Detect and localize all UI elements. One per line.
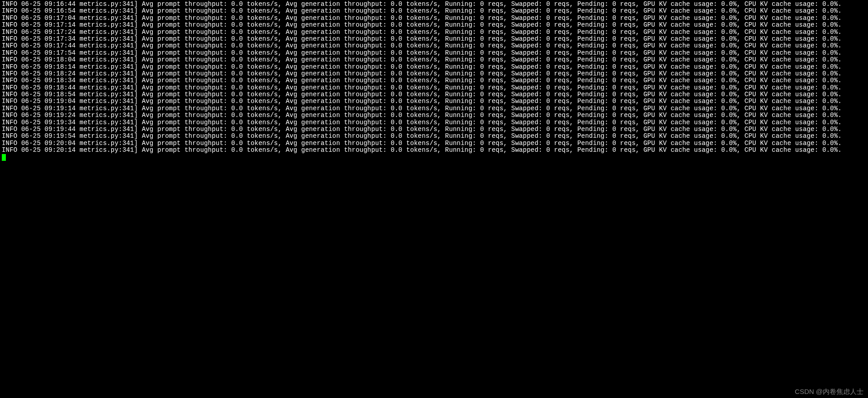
log-line: INFO 06-25 09:17:44 metrics.py:341] Avg … — [2, 42, 866, 49]
log-line: INFO 06-25 09:16:44 metrics.py:341] Avg … — [2, 1, 866, 8]
log-line: INFO 06-25 09:19:14 metrics.py:341] Avg … — [2, 105, 866, 112]
log-line: INFO 06-25 09:19:04 metrics.py:341] Avg … — [2, 98, 866, 105]
log-line: INFO 06-25 09:18:14 metrics.py:341] Avg … — [2, 64, 866, 70]
log-line: INFO 06-25 09:17:24 metrics.py:341] Avg … — [2, 29, 866, 36]
watermark: CSDN @内卷焦虑人士 — [795, 388, 863, 396]
log-line: INFO 06-25 09:18:04 metrics.py:341] Avg … — [2, 56, 866, 63]
log-line: INFO 06-25 09:20:04 metrics.py:341] Avg … — [2, 140, 866, 147]
log-line: INFO 06-25 09:17:14 metrics.py:341] Avg … — [2, 22, 866, 28]
log-line: INFO 06-25 09:18:34 metrics.py:341] Avg … — [2, 77, 866, 84]
log-line: INFO 06-25 09:20:14 metrics.py:341] Avg … — [2, 147, 866, 154]
log-line: INFO 06-25 09:18:24 metrics.py:341] Avg … — [2, 70, 866, 77]
log-line: INFO 06-25 09:18:54 metrics.py:341] Avg … — [2, 91, 866, 98]
log-line: INFO 06-25 09:19:54 metrics.py:341] Avg … — [2, 133, 866, 140]
log-line: INFO 06-25 09:17:34 metrics.py:341] Avg … — [2, 36, 866, 42]
log-line: INFO 06-25 09:19:34 metrics.py:341] Avg … — [2, 119, 866, 126]
log-line: INFO 06-25 09:19:44 metrics.py:341] Avg … — [2, 126, 866, 133]
log-line: INFO 06-25 09:17:04 metrics.py:341] Avg … — [2, 15, 866, 22]
log-line: INFO 06-25 09:17:54 metrics.py:341] Avg … — [2, 50, 866, 56]
log-line: INFO 06-25 09:18:44 metrics.py:341] Avg … — [2, 84, 866, 91]
terminal-output[interactable]: INFO 06-25 09:16:44 metrics.py:341] Avg … — [2, 1, 866, 161]
log-line: INFO 06-25 09:19:24 metrics.py:341] Avg … — [2, 112, 866, 119]
terminal-cursor — [2, 154, 6, 161]
log-line: INFO 06-25 09:16:54 metrics.py:341] Avg … — [2, 8, 866, 14]
